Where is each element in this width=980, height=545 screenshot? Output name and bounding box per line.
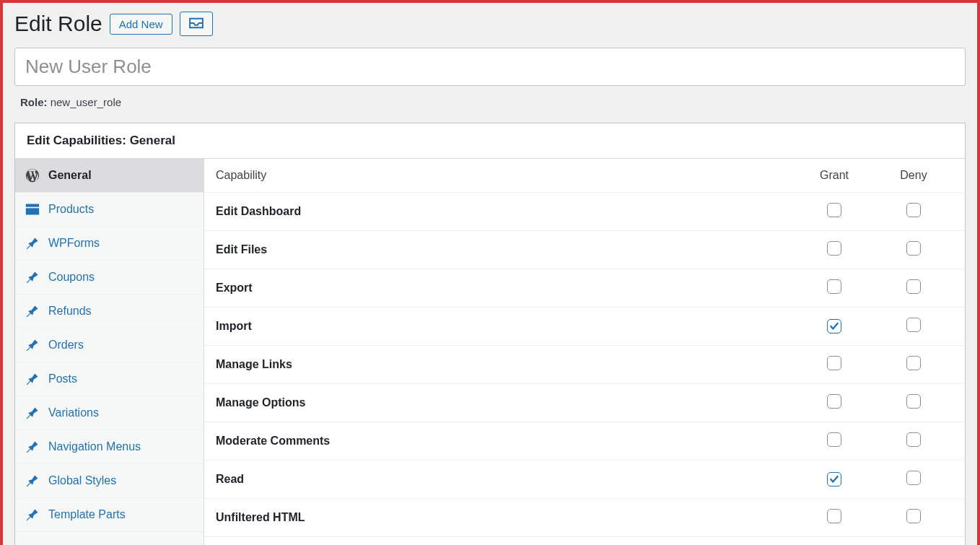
grant-checkbox[interactable] bbox=[827, 356, 841, 370]
capability-row: Update Core bbox=[204, 537, 965, 545]
capability-name: Manage Options bbox=[216, 396, 795, 409]
sidebar-item-label: Orders bbox=[48, 339, 84, 352]
grant-checkbox[interactable] bbox=[827, 432, 841, 447]
capability-name: Edit Files bbox=[216, 243, 795, 256]
capability-row: Manage Links bbox=[204, 346, 965, 384]
capabilities-sidebar: GeneralProductsWPFormsCouponsRefundsOrde… bbox=[15, 159, 204, 545]
sidebar-item-orders[interactable]: Orders bbox=[15, 328, 204, 362]
deny-checkbox[interactable] bbox=[906, 356, 921, 370]
add-new-button[interactable]: Add New bbox=[110, 14, 172, 35]
pin-icon bbox=[25, 304, 40, 318]
pin-icon bbox=[25, 270, 40, 284]
svg-rect-1 bbox=[26, 204, 39, 207]
sidebar-item-label: Posts bbox=[48, 372, 77, 385]
sidebar-item-posts[interactable]: Posts bbox=[15, 362, 204, 396]
page-header: Edit Role Add New bbox=[14, 12, 966, 36]
grant-checkbox[interactable] bbox=[827, 509, 841, 523]
capability-row: Unfiltered HTML bbox=[204, 499, 965, 537]
grant-checkbox[interactable] bbox=[827, 472, 841, 487]
page-title: Edit Role bbox=[14, 12, 102, 36]
capability-row: Import bbox=[204, 308, 965, 346]
capabilities-table: Capability Grant Deny Edit DashboardEdit… bbox=[204, 159, 965, 545]
capability-row: Export bbox=[204, 269, 965, 308]
capability-name: Edit Dashboard bbox=[216, 205, 795, 218]
sidebar-item-label: Navigation Menus bbox=[48, 440, 141, 453]
inbox-button[interactable] bbox=[180, 12, 213, 36]
sidebar-item-label: Template Parts bbox=[48, 508, 126, 521]
pin-icon bbox=[25, 406, 40, 420]
capability-name: Export bbox=[216, 282, 795, 295]
capability-name: Manage Links bbox=[216, 358, 795, 371]
pin-icon bbox=[25, 440, 40, 454]
sidebar-item-navigation-menus[interactable]: Navigation Menus bbox=[15, 430, 204, 464]
deny-checkbox[interactable] bbox=[906, 394, 921, 409]
capability-row: Read bbox=[204, 461, 965, 499]
deny-checkbox[interactable] bbox=[906, 432, 921, 447]
grant-checkbox[interactable] bbox=[827, 203, 841, 217]
pin-icon bbox=[25, 474, 40, 488]
deny-checkbox[interactable] bbox=[906, 241, 921, 256]
grant-checkbox[interactable] bbox=[827, 394, 841, 409]
capability-row: Moderate Comments bbox=[204, 422, 965, 461]
deny-checkbox[interactable] bbox=[906, 203, 921, 217]
sidebar-item-label: General bbox=[48, 169, 92, 182]
deny-checkbox[interactable] bbox=[906, 318, 921, 332]
role-slug-value: new_user_role bbox=[51, 96, 121, 108]
sidebar-item-coupons[interactable]: Coupons bbox=[15, 261, 204, 295]
col-deny: Deny bbox=[874, 169, 953, 182]
grant-checkbox[interactable] bbox=[827, 279, 841, 294]
pin-icon bbox=[25, 338, 40, 352]
sidebar-item-variations[interactable]: Variations bbox=[15, 396, 204, 430]
capability-row: Edit Dashboard bbox=[204, 193, 965, 231]
capability-name: Read bbox=[216, 473, 795, 486]
sidebar-item-general[interactable]: General bbox=[15, 159, 204, 193]
role-name-input[interactable] bbox=[14, 48, 966, 86]
capabilities-panel: Edit Capabilities: General GeneralProduc… bbox=[14, 123, 966, 545]
sidebar-item-label: Coupons bbox=[48, 271, 95, 284]
col-capability: Capability bbox=[216, 169, 795, 182]
deny-checkbox[interactable] bbox=[906, 471, 921, 485]
capability-name: Import bbox=[216, 320, 795, 333]
grant-checkbox[interactable] bbox=[827, 319, 841, 333]
pin-icon bbox=[25, 236, 40, 250]
sidebar-item-label: Global Styles bbox=[48, 474, 116, 487]
archive-icon bbox=[25, 202, 40, 217]
panel-title: Edit Capabilities: General bbox=[15, 123, 965, 159]
inbox-icon bbox=[188, 17, 204, 31]
capability-name: Unfiltered HTML bbox=[216, 511, 795, 524]
sidebar-item-products[interactable]: Products bbox=[15, 193, 204, 227]
pin-icon bbox=[25, 372, 40, 386]
sidebar-item-template-parts[interactable]: Template Parts bbox=[15, 498, 204, 532]
sidebar-item-label: WPForms bbox=[48, 237, 100, 250]
deny-checkbox[interactable] bbox=[906, 279, 921, 294]
grant-checkbox[interactable] bbox=[827, 241, 841, 256]
table-header-row: Capability Grant Deny bbox=[204, 159, 965, 193]
sidebar-item-refunds[interactable]: Refunds bbox=[15, 295, 204, 328]
deny-checkbox[interactable] bbox=[906, 509, 921, 523]
wordpress-icon bbox=[25, 168, 40, 183]
capability-name: Moderate Comments bbox=[216, 435, 795, 448]
pin-icon bbox=[25, 507, 40, 522]
sidebar-item-label: Variations bbox=[48, 406, 99, 419]
svg-rect-2 bbox=[26, 208, 39, 214]
sidebar-item-global-styles[interactable]: Global Styles bbox=[15, 464, 204, 498]
sidebar-item-label: Refunds bbox=[48, 305, 92, 318]
role-slug-label: Role: bbox=[20, 96, 48, 108]
capability-row: Edit Files bbox=[204, 231, 965, 269]
sidebar-item-wpforms[interactable]: WPForms bbox=[15, 227, 204, 261]
capability-row: Manage Options bbox=[204, 384, 965, 422]
role-slug: Role: new_user_role bbox=[14, 96, 966, 108]
sidebar-item-label: Products bbox=[48, 203, 94, 216]
col-grant: Grant bbox=[795, 169, 874, 182]
